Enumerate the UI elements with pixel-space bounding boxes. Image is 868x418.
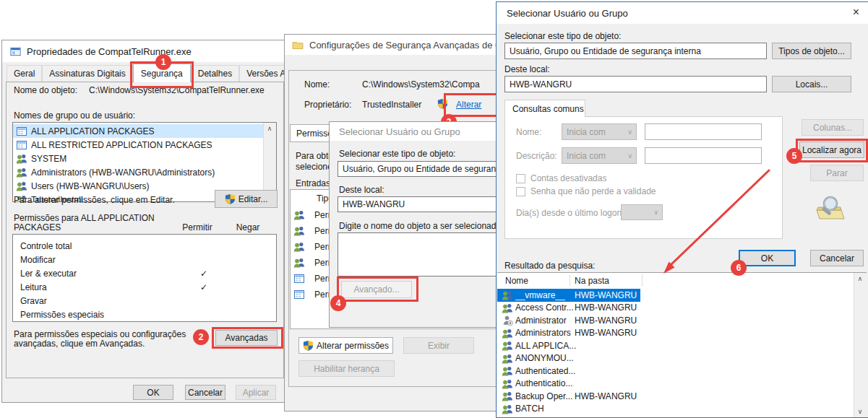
advanced-title: Configurações de Segurança Avançadas de …	[309, 40, 525, 51]
cancel-button[interactable]: Cancelar	[810, 250, 864, 266]
tab-detalhes[interactable]: Detalhes	[191, 65, 239, 82]
column-divider[interactable]	[642, 274, 643, 287]
scroll-down-icon[interactable]: ∨	[854, 406, 866, 417]
list-item[interactable]: Administrators (HWB-WANGRU\Administrator…	[13, 165, 276, 179]
result-row[interactable]: Administrator HWB-WANGRU	[497, 314, 854, 327]
change-owner-link[interactable]: Alterar	[456, 100, 481, 110]
screenshot-canvas: Propriedades de CompatTelRunner.exe × 1 …	[0, 0, 868, 418]
common-queries-tab[interactable]: Consultas comuns	[504, 100, 585, 117]
from-location-field: HWB-WANGRU	[504, 76, 767, 92]
scroll-up-icon[interactable]: ∧	[264, 123, 275, 134]
step-6-badge: 6	[731, 260, 747, 276]
object-name-label: Nome do objeto:	[14, 85, 77, 95]
permission-row[interactable]: Ler & executar ✓	[13, 266, 276, 280]
result-row[interactable]: ANONYMOU...	[497, 352, 854, 365]
group-icon	[502, 302, 513, 314]
apply-button[interactable]: Aplicar	[236, 385, 276, 400]
column-divider[interactable]	[570, 274, 570, 287]
select-user-large-title: Selecionar Usuário ou Grupo	[507, 8, 628, 19]
select-user-small-title: Selecionar Usuário ou Grupo	[339, 126, 460, 137]
group-icon	[502, 340, 513, 352]
folder-icon	[292, 40, 304, 50]
folder-column-header[interactable]: Na pasta	[575, 276, 609, 286]
common-queries-page: Nome: Inicia com ∨ Descrição: Inicia com…	[504, 116, 783, 239]
properties-titlebar: Propriedades de CompatTelRunner.exe ×	[2, 40, 288, 62]
name-operator-dropdown[interactable]: Inicia com ∨	[562, 123, 637, 140]
object-type-field: Usuário, Grupo ou Entidade de segurança …	[504, 43, 767, 59]
search-results-list[interactable]: Nome Na pasta __vmware__ HWB-WANGRU Acce…	[497, 272, 867, 417]
close-icon[interactable]: ×	[853, 6, 859, 19]
list-item[interactable]: ALL APPLICATION PACKAGES	[13, 124, 276, 138]
advanced-hint-line2: avançadas, clique em Avançadas.	[14, 339, 145, 349]
description-operator-dropdown[interactable]: Inicia com ∨	[562, 147, 637, 164]
groups-list-label: Nomes de grupo ou de usuário:	[14, 110, 135, 121]
step-5-badge: 5	[786, 148, 802, 164]
change-permissions-button[interactable]: Alterar permissões	[298, 337, 393, 354]
deny-column-header: Negar	[231, 222, 265, 232]
advanced-hint-line1: Para permissões especiais ou configuraçõ…	[14, 329, 186, 339]
result-row[interactable]: Authenticated...	[497, 365, 854, 378]
results-scrollbar[interactable]: ∧ ∨	[854, 273, 867, 417]
cancel-button[interactable]: Cancelar	[185, 385, 225, 400]
result-row[interactable]: Administrators HWB-WANGRU	[497, 327, 854, 340]
user-icon	[502, 315, 513, 326]
stop-button[interactable]: Parar	[810, 165, 864, 181]
description-query-input[interactable]	[645, 147, 762, 164]
group-icon	[16, 180, 27, 192]
advanced-button[interactable]: Avançadas	[215, 330, 278, 346]
name-query-input[interactable]	[645, 123, 762, 140]
permission-row[interactable]: Leitura ✓	[13, 280, 276, 294]
find-now-button[interactable]: Localizar agora	[799, 141, 864, 158]
object-types-button[interactable]: Tipos de objeto...	[772, 43, 851, 59]
group-icon	[293, 241, 305, 253]
chevron-down-icon: ∨	[627, 152, 632, 160]
permission-row[interactable]: Controle total	[13, 239, 276, 253]
scroll-up-icon[interactable]: ∧	[854, 273, 866, 284]
password-never-expires-checkbox[interactable]	[516, 187, 525, 196]
ok-button[interactable]: OK	[739, 250, 796, 266]
name-value: C:\Windows\System32\Compa	[362, 79, 480, 90]
permission-row[interactable]: Permissões especiais	[13, 308, 276, 321]
advanced-picker-button[interactable]: Avançado...	[341, 281, 412, 298]
columns-button[interactable]: Colunas...	[802, 119, 864, 136]
permission-row[interactable]: Modificar	[13, 253, 276, 266]
app-packages-icon	[16, 139, 27, 151]
result-row[interactable]: ALL APPLICA...	[497, 339, 854, 352]
app-packages-icon	[293, 289, 305, 300]
group-icon	[502, 391, 513, 402]
result-row[interactable]: BATCH	[497, 403, 854, 416]
permissions-listbox[interactable]: Controle total Modificar Ler & executar …	[12, 234, 277, 322]
select-user-large-dialog: Selecionar Usuário ou Grupo × Selecionar…	[496, 1, 868, 418]
edit-button[interactable]: Editar...	[215, 190, 278, 208]
result-row[interactable]: Access Contr... HWB-WANGRU	[497, 302, 854, 315]
result-row[interactable]	[497, 415, 854, 417]
result-row[interactable]: __vmware__ HWB-WANGRU	[497, 289, 854, 302]
result-row[interactable]: Backup Oper... HWB-WANGRU	[497, 390, 854, 403]
app-packages-icon	[16, 126, 27, 137]
tab-geral[interactable]: Geral	[7, 65, 42, 82]
ok-button[interactable]: OK	[133, 385, 173, 400]
chevron-down-icon: ∨	[653, 209, 658, 216]
from-location-label: Deste local:	[339, 185, 384, 195]
select-user-large-titlebar: Selecionar Usuário ou Grupo ×	[497, 2, 868, 24]
last-logon-dropdown[interactable]: ∨	[621, 204, 663, 220]
group-icon	[502, 289, 513, 301]
permissions-tab[interactable]: Permissõe	[290, 124, 333, 141]
object-name-value: C:\Windows\System32\CompatTelRunner.exe	[89, 85, 265, 95]
permission-row[interactable]: Gravar	[13, 294, 276, 308]
locations-button[interactable]: Locais...	[772, 76, 851, 92]
group-icon	[502, 416, 513, 417]
result-row[interactable]: Authenticatio...	[497, 378, 854, 391]
chevron-down-icon: ∨	[627, 129, 632, 136]
from-location-label: Deste local:	[504, 64, 550, 74]
list-item[interactable]: ALL RESTRICTED APPLICATION PACKAGES	[13, 138, 276, 152]
tab-assinaturas-digitais[interactable]: Assinaturas Digitais	[42, 65, 132, 82]
enable-inheritance-button[interactable]: Habilitar herança	[298, 360, 395, 377]
name-column-header[interactable]: Nome	[505, 276, 528, 286]
group-icon	[502, 404, 513, 415]
group-icon	[293, 209, 305, 221]
list-item[interactable]: SYSTEM	[13, 152, 276, 165]
view-button[interactable]: Exibir	[403, 337, 474, 354]
uac-shield-icon	[303, 340, 314, 351]
disabled-accounts-checkbox[interactable]	[516, 174, 525, 183]
